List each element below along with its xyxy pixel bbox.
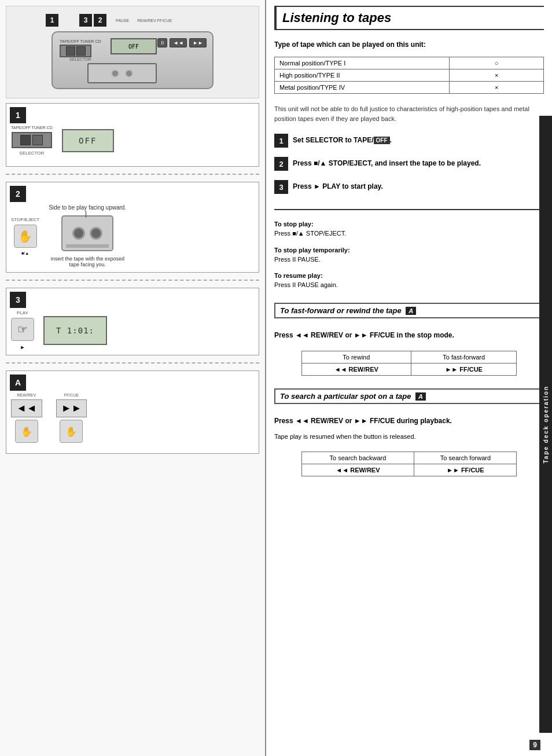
page-number: 9: [529, 740, 540, 750]
table-row: Metal position/TYPE IV ×: [275, 82, 544, 94]
tip-pause: To stop play temporarily: Press II PAUSE…: [274, 247, 544, 265]
step-3-num: 3: [274, 180, 288, 194]
tape-type-3: Metal position/TYPE IV: [275, 82, 450, 94]
search-title: To search a particular spot on a tape A: [280, 392, 538, 401]
ff-header-2: To fast-forward: [411, 351, 516, 363]
step-badge-1: 1: [46, 14, 58, 27]
section1-display: OFF: [62, 129, 114, 152]
step-1-row: 1 Set SELECTOR to TAPE/OFF.: [274, 134, 544, 148]
tape-symbol-1: ○: [450, 57, 544, 69]
search-table-data-row: ◄◄ REW/REV ►► FF/CUE: [301, 464, 517, 476]
section-2-box: 2 STOP/EJECT ✋ ■/▲ Side to be play facin…: [6, 182, 259, 273]
divider-1: [274, 209, 544, 210]
separator-2-3: [6, 280, 259, 281]
section-A-label: A: [10, 375, 26, 391]
tip-resume-title: To resume play:: [274, 272, 544, 279]
tip-stop-body: Press ■/▲ STOP/EJECT.: [274, 229, 544, 238]
tape-illustration: Side to be play facing upward. Insert th…: [49, 204, 126, 267]
left-blank-area: [6, 458, 259, 750]
step-2-num: 2: [274, 157, 288, 171]
fast-forward-title: To fast-forward or rewind the tape A: [280, 306, 538, 315]
tape-types-label: Type of tape which can be played on this…: [274, 41, 544, 49]
search-data-1: ◄◄ REW/REV: [301, 464, 414, 476]
step-3-text: Press ► PLAY to start play.: [293, 180, 383, 192]
search-table: To search backward To search forward ◄◄ …: [301, 452, 517, 476]
fast-forward-desc: Press ◄◄ REW/REV or ►► FF/CUE in the sto…: [274, 331, 544, 339]
vertical-sidebar-label: Tape deck operation: [539, 116, 552, 733]
table-row: High position/TYPE II ×: [275, 69, 544, 82]
step-3-row: 3 Press ► PLAY to start play.: [274, 180, 544, 194]
pause-button-device[interactable]: II: [157, 38, 167, 47]
selector-area: TAPE/OFF TUNER CD SELECTOR: [11, 126, 53, 156]
search-data-2: ►► FF/CUE: [414, 464, 517, 476]
tape-label-2: Insert the tape with the exposed tape fa…: [50, 256, 125, 267]
hand-icon-ff: ✋: [60, 420, 83, 443]
selector-sub-label: SELECTOR: [19, 151, 44, 156]
ff-label: FF/CUE: [64, 393, 79, 397]
step-2-text: Press ■/▲ STOP/EJECT, and insert the tap…: [293, 157, 481, 169]
note-text: This unit will not be able to do full ju…: [274, 104, 544, 123]
search-desc: Press ◄◄ REW/REV or ►► FF/CUE during pla…: [274, 417, 544, 425]
ff-data-2: ►► FF/CUE: [411, 363, 516, 375]
table-row: Normal position/TYPE I ○: [275, 57, 544, 69]
play-label: PLAY: [17, 310, 28, 315]
ff-area: FF/CUE ►► ✋: [56, 393, 87, 443]
ff-table-data-row: ◄◄ REW/REV ►► FF/CUE: [301, 363, 517, 375]
tape-symbol-2: ×: [450, 69, 544, 82]
section3-display: T 1:01:: [43, 316, 107, 345]
search-badge: A: [415, 392, 426, 401]
fast-forward-badge: A: [406, 307, 416, 315]
section-3-label: 3: [10, 292, 26, 308]
tip-stop-title: To stop play:: [274, 221, 544, 227]
fast-forward-section: To fast-forward or rewind the tape A: [274, 303, 544, 318]
step-badge-2: 2: [94, 14, 106, 27]
section-A-box: A REW/REV ◄◄ ✋ FF/CUE ►► ✋: [6, 370, 259, 454]
step-2-row: 2 Press ■/▲ STOP/EJECT, and insert the t…: [274, 157, 544, 171]
ff-button-device[interactable]: ►►: [189, 38, 207, 47]
right-panel: Listening to tapes Type of tape which ca…: [266, 0, 552, 756]
fast-forward-table: To rewind To fast-forward ◄◄ REW/REV ►► …: [301, 351, 517, 376]
hand-icon-rew: ✋: [15, 420, 38, 443]
search-header-1: To search backward: [301, 452, 414, 464]
step-1-num: 1: [274, 134, 288, 148]
page-title: Listening to tapes: [274, 6, 544, 30]
tape-type-1: Normal position/TYPE I: [275, 57, 450, 69]
hand-icon-play: ☞: [11, 318, 34, 341]
ff-data-1: ◄◄ REW/REV: [301, 363, 411, 375]
selector-label: TAPE/OFF TUNER CD: [11, 126, 53, 130]
tape-types-table: Normal position/TYPE I ○ High position/T…: [274, 57, 544, 94]
tape-type-2: High position/TYPE II: [275, 69, 450, 82]
tip-resume: To resume play: Press II PAUSE again.: [274, 272, 544, 290]
stop-eject-label: STOP/EJECT: [11, 217, 39, 222]
step-badge-3: 3: [79, 14, 92, 27]
tip-resume-body: Press II PAUSE again.: [274, 280, 544, 290]
separator-1-2: [6, 174, 259, 175]
search-table-header-row: To search backward To search forward: [301, 452, 517, 464]
left-panel: 1 3 2 PAUSE REW/REV FF/CUE II ◄◄ ►►: [0, 0, 266, 756]
section-1-label: 1: [10, 107, 26, 123]
rew-label: REW/REV: [17, 393, 36, 397]
tape-label-1: Side to be play facing upward.: [49, 204, 126, 211]
tip-stop: To stop play: Press ■/▲ STOP/EJECT.: [274, 221, 544, 238]
section-2-label: 2: [10, 186, 26, 202]
section-3-box: 3 PLAY ☞ ► T 1:01:: [6, 288, 259, 355]
stop-eject-area: STOP/EJECT ✋ ■/▲: [11, 217, 39, 255]
play-area: PLAY ☞ ►: [11, 310, 34, 350]
tape-symbol-3: ×: [450, 82, 544, 94]
tip-pause-title: To stop play temporarily:: [274, 247, 544, 254]
tip-pause-body: Press II PAUSE.: [274, 255, 544, 265]
section-1-box: 1 TAPE/OFF TUNER CD SELECTOR OFF: [6, 103, 259, 167]
separator-3-A: [6, 362, 259, 364]
search-section: To search a particular spot on a tape A: [274, 388, 544, 404]
step-1-text: Set SELECTOR to TAPE/OFF.: [293, 134, 392, 146]
hand-icon-stop: ✋: [14, 225, 37, 248]
ff-table-header-row: To rewind To fast-forward: [301, 351, 517, 363]
device-diagram: 1 3 2 PAUSE REW/REV FF/CUE II ◄◄ ►►: [6, 6, 259, 98]
rew-area: REW/REV ◄◄ ✋: [11, 393, 42, 443]
rew-button-device[interactable]: ◄◄: [170, 38, 187, 47]
search-sub-desc: Tape play is resumed when the button is …: [274, 433, 544, 440]
search-header-2: To search forward: [414, 452, 517, 464]
ff-header-1: To rewind: [301, 351, 411, 363]
